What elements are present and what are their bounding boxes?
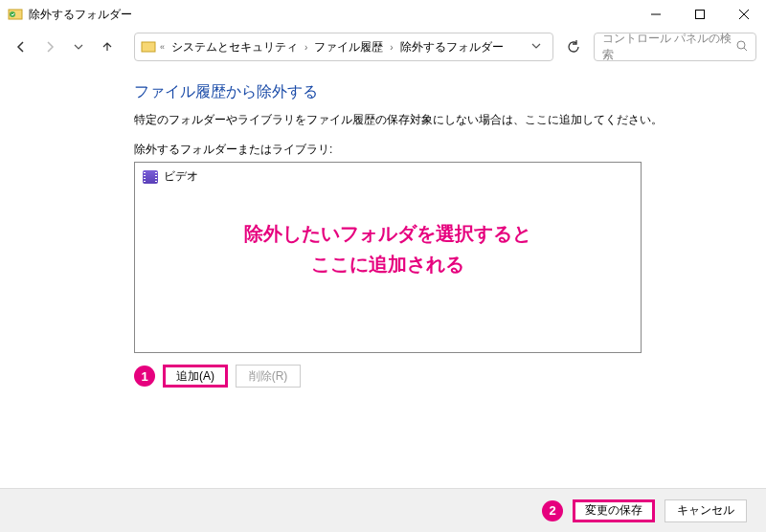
svg-rect-3	[696, 11, 705, 19]
folder-name: ビデオ	[164, 168, 198, 185]
svg-rect-6	[142, 42, 155, 52]
close-button[interactable]	[722, 0, 766, 29]
title-left: 除外するフォルダー	[8, 7, 132, 23]
app-icon	[8, 7, 23, 22]
maximize-icon	[695, 10, 705, 19]
svg-line-8	[744, 48, 747, 51]
address-dropdown[interactable]	[531, 41, 541, 53]
maximize-button[interactable]	[678, 0, 722, 29]
svg-point-1	[10, 11, 15, 17]
forward-icon	[43, 40, 56, 54]
minimize-icon	[651, 10, 661, 19]
window-controls	[634, 0, 766, 29]
remove-button[interactable]: 削除(R)	[236, 365, 301, 388]
breadcrumb-seg-3[interactable]: 除外するフォルダー	[397, 37, 507, 57]
search-icon	[736, 40, 748, 55]
annotation-marker-2: 2	[542, 500, 563, 521]
minimize-button[interactable]	[634, 0, 678, 29]
excluded-folders-list[interactable]: ビデオ 除外したいフォルダを選択すると ここに追加される	[134, 162, 642, 353]
breadcrumb-prefix: «	[160, 42, 165, 52]
content-area: ファイル履歴から除外する 特定のフォルダーやライブラリをファイル履歴の保存対象に…	[0, 65, 766, 388]
title-bar: 除外するフォルダー	[0, 0, 766, 29]
forward-button[interactable]	[38, 35, 61, 58]
breadcrumb-sep: ›	[390, 42, 393, 53]
save-button[interactable]: 変更の保存	[573, 499, 655, 522]
page-heading: ファイル履歴から除外する	[134, 82, 747, 102]
add-button[interactable]: 追加(A)	[163, 365, 228, 388]
annotation-line-2: ここに追加される	[135, 249, 641, 279]
cancel-button[interactable]: キャンセル	[665, 499, 747, 522]
annotation-line-1: 除外したいフォルダを選択すると	[135, 218, 641, 249]
breadcrumb-sep: ›	[304, 42, 307, 53]
list-buttons-row: 1 追加(A) 削除(R)	[134, 365, 747, 388]
nav-bar: « システムとセキュリティ › ファイル履歴 › 除外するフォルダー コントロー…	[0, 29, 766, 65]
chevron-down-icon	[74, 42, 83, 52]
page-description: 特定のフォルダーやライブラリをファイル履歴の保存対象にしない場合は、ここに追加し…	[134, 112, 747, 128]
refresh-icon	[567, 40, 580, 54]
annotation-marker-1: 1	[134, 366, 155, 387]
annotation-overlay: 除外したいフォルダを選択すると ここに追加される	[135, 218, 641, 279]
back-button[interactable]	[10, 35, 33, 58]
list-label: 除外するフォルダーまたはライブラリ:	[134, 142, 747, 158]
up-icon	[101, 40, 114, 54]
control-panel-icon	[141, 39, 156, 55]
close-icon	[739, 10, 749, 19]
chevron-down-icon	[531, 41, 541, 51]
search-box[interactable]: コントロール パネルの検索	[594, 33, 756, 61]
breadcrumb-seg-1[interactable]: システムとセキュリティ	[169, 37, 301, 57]
video-icon	[143, 170, 158, 184]
recent-dropdown[interactable]	[67, 35, 90, 58]
refresh-button[interactable]	[559, 33, 588, 61]
back-icon	[14, 40, 28, 54]
footer-bar: 2 変更の保存 キャンセル	[0, 488, 766, 532]
address-bar[interactable]: « システムとセキュリティ › ファイル履歴 › 除外するフォルダー	[134, 33, 553, 61]
window-title: 除外するフォルダー	[29, 7, 132, 23]
list-item[interactable]: ビデオ	[139, 166, 637, 187]
svg-point-7	[737, 41, 745, 49]
breadcrumb-seg-2[interactable]: ファイル履歴	[311, 37, 386, 57]
search-placeholder: コントロール パネルの検索	[602, 31, 736, 63]
up-button[interactable]	[96, 35, 119, 58]
